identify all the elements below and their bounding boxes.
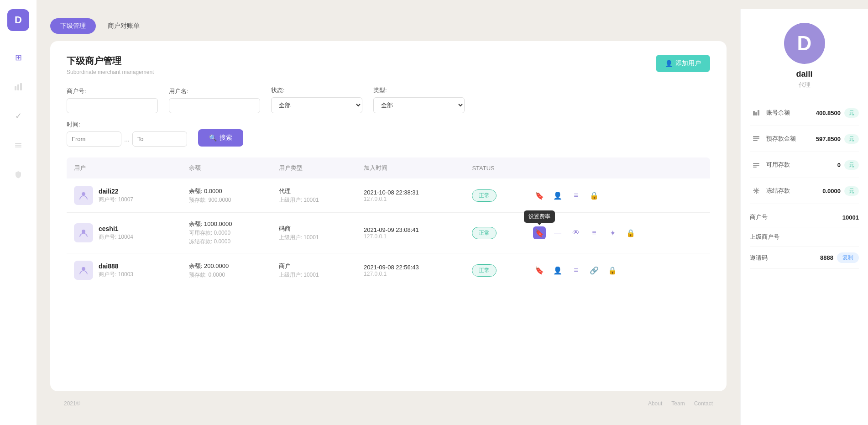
svg-rect-9	[753, 111, 755, 115]
stat-badge: 元	[844, 160, 859, 170]
stat-badge: 元	[844, 186, 859, 196]
type-filter: 类型: 全部 代理 码商 商户	[373, 86, 465, 113]
shield-icon[interactable]	[10, 166, 26, 183]
col-user: 用户	[67, 157, 182, 178]
right-panel: D daili 代理 账号余额	[740, 9, 868, 425]
user-icon[interactable]: 👤	[551, 264, 564, 277]
footer-team[interactable]: Team	[671, 400, 685, 407]
join-time: 2021-09-09 23:08:41	[364, 226, 457, 233]
stat-left: 冻结存款	[750, 184, 790, 197]
table-row: dai888 商户号: 10003 余额: 200.0000 预存款: 0.00…	[67, 253, 710, 288]
status-label: 状态:	[271, 86, 362, 94]
footer-about[interactable]: About	[648, 400, 662, 407]
bookmark-icon[interactable]: 🔖	[533, 189, 546, 202]
link-icon[interactable]: 🔗	[588, 264, 601, 277]
main-card: 下级商户管理 Subordinate merchant management 👤…	[50, 41, 727, 391]
table-row: daili22 商户号: 10007 余额: 0.0000 预存款: 900.0…	[67, 178, 710, 213]
stat-left: 预存款金额	[750, 132, 796, 145]
list-icon[interactable]: ≡	[570, 264, 582, 277]
date-from-input[interactable]	[67, 131, 121, 147]
time-filter: 时间: ...	[67, 121, 187, 147]
page-title: 下级商户管理	[67, 55, 154, 67]
svg-rect-0	[15, 86, 16, 90]
user-icon[interactable]: 👤	[551, 189, 564, 202]
plus-icon[interactable]: ✦	[606, 226, 619, 239]
svg-rect-16	[753, 165, 759, 166]
svg-rect-17	[753, 167, 757, 168]
lock-icon[interactable]: 🔒	[606, 264, 619, 277]
type-select[interactable]: 全部 代理 码商 商户	[373, 97, 465, 113]
svg-rect-2	[20, 83, 22, 90]
col-user-type: 用户类型	[272, 157, 357, 178]
balance-sub: 预存款: 900.0000	[189, 196, 264, 204]
lock-icon[interactable]: 🔒	[588, 189, 601, 202]
svg-rect-11	[758, 110, 759, 115]
stat-value: 0	[837, 162, 841, 168]
balance-sub1: 可用存款: 0.0000	[189, 229, 264, 237]
svg-rect-10	[755, 112, 757, 115]
svg-rect-5	[15, 147, 21, 147]
list-icon[interactable]: ≡	[588, 226, 601, 239]
equalizer-icon[interactable]	[10, 137, 26, 153]
list-icon[interactable]: ≡	[570, 189, 582, 202]
grid-icon[interactable]: ⊞	[10, 49, 26, 66]
merchant-id-input[interactable]	[67, 98, 158, 113]
footer-contact[interactable]: Contact	[694, 400, 713, 407]
merchant-id-row: 商户号 10001	[750, 208, 859, 227]
svg-rect-12	[753, 136, 759, 137]
action-icons: 🔖 👤 ≡ 🔗 🔒	[533, 264, 703, 277]
user-cell: ceshi1 商户号: 10004	[74, 223, 174, 242]
balance-sub: 预存款: 0.0000	[189, 271, 264, 279]
filter-row-2: 时间: ... 🔍 搜索	[67, 121, 710, 147]
add-user-label: 添加用户	[675, 59, 701, 68]
footer-links: About Team Contact	[648, 400, 713, 407]
avatar	[74, 261, 93, 280]
tab-subordinate-management[interactable]: 下级管理	[50, 18, 96, 34]
stat-badge: 元	[844, 134, 859, 144]
stat-label: 预存款金额	[766, 135, 796, 143]
page-subtitle: Subordinate merchant management	[67, 69, 154, 75]
username-filter: 用户名:	[169, 87, 260, 113]
ip-address: 127.0.0.1	[364, 196, 457, 202]
bar-chart-icon[interactable]	[10, 79, 26, 95]
date-to-input[interactable]	[132, 131, 187, 147]
profile-avatar: D	[784, 23, 825, 64]
tab-merchant-statement[interactable]: 商户对账单	[98, 18, 150, 34]
eye-icon[interactable]: 👁	[570, 226, 582, 239]
status-badge: 正常	[472, 227, 497, 239]
invite-code-value: 8888	[820, 254, 833, 261]
balance-main: 余额: 0.0000	[189, 187, 264, 195]
minus-icon[interactable]: —	[551, 226, 564, 239]
search-button[interactable]: 🔍 搜索	[198, 129, 243, 147]
status-select[interactable]: 全部 正常 禁用	[271, 97, 362, 113]
username-input[interactable]	[169, 98, 260, 113]
tab-bar: 下级管理 商户对账单	[50, 18, 727, 34]
invite-code-row: 邀请码 8888 复制	[750, 247, 859, 269]
avatar	[74, 186, 93, 205]
stat-item-balance: 账号余额 400.8500 元	[750, 100, 859, 126]
stat-label: 冻结存款	[766, 187, 790, 195]
username: ceshi1	[99, 225, 133, 232]
profile-name: daili	[796, 69, 812, 79]
user-type: 码商	[279, 225, 350, 233]
stat-left: 账号余额	[750, 106, 790, 119]
parent-user: 上级用户: 10001	[279, 196, 350, 204]
stat-value: 400.8500	[816, 110, 841, 116]
bookmark-icon[interactable]: 🔖	[533, 264, 546, 277]
stat-item-available: 可用存款 0 元	[750, 152, 859, 178]
svg-rect-1	[17, 84, 19, 90]
copy-button[interactable]: 复制	[837, 252, 859, 263]
balance-main: 余额: 1000.0000	[189, 220, 264, 228]
set-rate-icon[interactable]: 🔖	[533, 226, 546, 239]
balance-icon	[750, 106, 763, 119]
footer: 2021© About Team Contact	[50, 391, 727, 416]
frozen-icon	[750, 184, 763, 197]
user-merchant-id: 商户号: 10004	[99, 233, 133, 241]
add-user-button[interactable]: 👤 添加用户	[656, 55, 710, 72]
svg-point-7	[82, 230, 85, 233]
status-badge: 正常	[472, 189, 497, 202]
stat-value: 0.0000	[822, 188, 841, 194]
merchant-id-filter: 商户号:	[67, 87, 158, 113]
check-icon[interactable]: ✓	[10, 108, 26, 124]
lock-icon[interactable]: 🔒	[624, 226, 637, 239]
